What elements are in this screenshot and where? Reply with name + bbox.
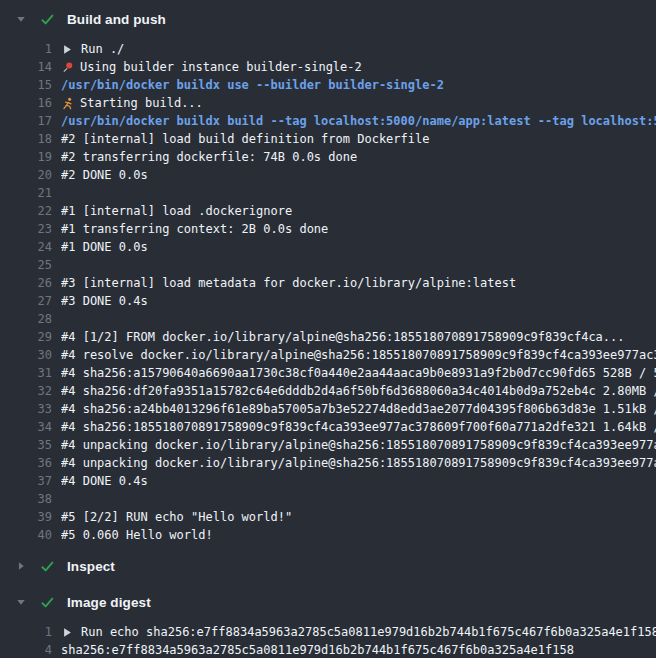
- log-line: 17/usr/bin/docker buildx build --tag loc…: [0, 112, 656, 130]
- chevron-down-icon[interactable]: [15, 597, 27, 607]
- log-text-value: #4 sha256:a24bb4013296f61e89ba57005a7b3e…: [61, 400, 656, 418]
- line-number[interactable]: 34: [0, 418, 52, 436]
- line-number[interactable]: 26: [0, 274, 52, 292]
- log-text: #5 [2/2] RUN echo "Hello world!": [61, 508, 656, 526]
- line-number[interactable]: 1: [0, 623, 52, 641]
- log-line: 29#4 [1/2] FROM docker.io/library/alpine…: [0, 328, 656, 346]
- line-number[interactable]: 24: [0, 238, 52, 256]
- log-text: #4 unpacking docker.io/library/alpine@sh…: [61, 454, 656, 472]
- log-line: 16Starting build...: [0, 94, 656, 112]
- log-text-value: #3 DONE 0.4s: [61, 292, 148, 310]
- log-text: #4 [1/2] FROM docker.io/library/alpine@s…: [61, 328, 656, 346]
- line-number[interactable]: 17: [0, 112, 52, 130]
- line-number[interactable]: 29: [0, 328, 52, 346]
- group-title: Inspect: [67, 559, 115, 574]
- log-line: 25: [0, 256, 656, 274]
- log-line: 24#1 DONE 0.0s: [0, 238, 656, 256]
- log-line: 1Run echo sha256:e7ff8834a5963a2785c5a08…: [0, 623, 656, 641]
- log-text: [61, 184, 656, 202]
- group-title: Build and push: [67, 12, 166, 27]
- line-number[interactable]: 16: [0, 94, 52, 112]
- workflow-log-panel: Build and push1Run ./14Using builder ins…: [0, 0, 656, 658]
- log-line: 34#4 sha256:185518070891758909c9f839cf4c…: [0, 418, 656, 436]
- log-text-value: #5 [2/2] RUN echo "Hello world!": [61, 508, 292, 526]
- log-text: #3 [internal] load metadata for docker.i…: [61, 274, 656, 292]
- play-icon[interactable]: [63, 627, 72, 638]
- log-line: 32#4 sha256:df20fa9351a15782c64e6dddb2d4…: [0, 382, 656, 400]
- log-line: 20#2 DONE 0.0s: [0, 166, 656, 184]
- line-number[interactable]: 18: [0, 130, 52, 148]
- log-text-value: /usr/bin/docker buildx build --tag local…: [61, 112, 656, 130]
- log-text: #1 [internal] load .dockerignore: [61, 202, 656, 220]
- log-lines-build-and-push: 1Run ./14Using builder instance builder-…: [0, 33, 656, 552]
- line-number[interactable]: 39: [0, 508, 52, 526]
- log-text: Run echo sha256:e7ff8834a5963a2785c5a081…: [61, 623, 656, 641]
- log-text-value: /usr/bin/docker buildx use --builder bui…: [61, 76, 444, 94]
- log-text-value: #2 [internal] load build definition from…: [61, 130, 429, 148]
- log-text: #2 [internal] load build definition from…: [61, 130, 656, 148]
- log-line: 28: [0, 310, 656, 328]
- log-text-value: #4 sha256:185518070891758909c9f839cf4ca3…: [61, 418, 656, 436]
- log-line: 26#3 [internal] load metadata for docker…: [0, 274, 656, 292]
- line-number[interactable]: 28: [0, 310, 52, 328]
- log-text: #1 DONE 0.0s: [61, 238, 656, 256]
- line-number[interactable]: 37: [0, 472, 52, 490]
- chevron-down-icon[interactable]: [15, 14, 27, 24]
- line-number[interactable]: 33: [0, 400, 52, 418]
- log-line: 4sha256:e7ff8834a5963a2785c5a0811e979d16…: [0, 641, 656, 658]
- log-line: 33#4 sha256:a24bb4013296f61e89ba57005a7b…: [0, 400, 656, 418]
- group-header-image-digest[interactable]: Image digest: [0, 588, 656, 616]
- line-number[interactable]: 32: [0, 382, 52, 400]
- log-text-value: #4 unpacking docker.io/library/alpine@sh…: [61, 436, 656, 454]
- log-text-value: #4 sha256:df20fa9351a15782c64e6dddb2d4a6…: [61, 382, 656, 400]
- line-number[interactable]: 25: [0, 256, 52, 274]
- log-text-value: #3 [internal] load metadata for docker.i…: [61, 274, 516, 292]
- play-icon[interactable]: [63, 44, 72, 55]
- line-number[interactable]: 30: [0, 346, 52, 364]
- log-line: 31#4 sha256:a15790640a6690aa1730c38cf0a4…: [0, 364, 656, 382]
- line-number[interactable]: 36: [0, 454, 52, 472]
- line-number[interactable]: 15: [0, 76, 52, 94]
- line-number[interactable]: 38: [0, 490, 52, 508]
- line-number[interactable]: 4: [0, 641, 52, 658]
- check-icon: [40, 12, 55, 27]
- log-line: 36#4 unpacking docker.io/library/alpine@…: [0, 454, 656, 472]
- line-number[interactable]: 21: [0, 184, 52, 202]
- line-number[interactable]: 1: [0, 40, 52, 58]
- log-text-value: Starting build...: [80, 94, 203, 112]
- log-line: 35#4 unpacking docker.io/library/alpine@…: [0, 436, 656, 454]
- line-number[interactable]: 22: [0, 202, 52, 220]
- log-line: 22#1 [internal] load .dockerignore: [0, 202, 656, 220]
- line-number[interactable]: 19: [0, 148, 52, 166]
- chevron-right-icon[interactable]: [15, 561, 27, 571]
- line-number[interactable]: 35: [0, 436, 52, 454]
- log-text: Run ./: [61, 40, 656, 58]
- log-text: #4 unpacking docker.io/library/alpine@sh…: [61, 436, 656, 454]
- log-group-build-and-push: Build and push1Run ./14Using builder ins…: [0, 5, 656, 552]
- log-text-value: Run echo sha256:e7ff8834a5963a2785c5a081…: [81, 623, 656, 641]
- log-text: #4 DONE 0.4s: [61, 472, 656, 490]
- group-header-build-and-push[interactable]: Build and push: [0, 5, 656, 33]
- group-header-inspect[interactable]: Inspect: [0, 552, 656, 580]
- log-text: #5 0.060 Hello world!: [61, 526, 656, 544]
- log-text: #4 sha256:185518070891758909c9f839cf4ca3…: [61, 418, 656, 436]
- log-text-value: #5 0.060 Hello world!: [61, 526, 213, 544]
- line-number[interactable]: 31: [0, 364, 52, 382]
- line-number[interactable]: 14: [0, 58, 52, 76]
- log-text-value: #2 DONE 0.0s: [61, 166, 148, 184]
- log-text-value: #4 DONE 0.4s: [61, 472, 148, 490]
- log-text: #2 transferring dockerfile: 74B 0.0s don…: [61, 148, 656, 166]
- log-text-value: Using builder instance builder-single-2: [80, 58, 362, 76]
- log-line: 38: [0, 490, 656, 508]
- log-line: 27#3 DONE 0.4s: [0, 292, 656, 310]
- line-number[interactable]: 27: [0, 292, 52, 310]
- line-number[interactable]: 40: [0, 526, 52, 544]
- line-number[interactable]: 23: [0, 220, 52, 238]
- line-number[interactable]: 20: [0, 166, 52, 184]
- log-lines-image-digest: 1Run echo sha256:e7ff8834a5963a2785c5a08…: [0, 616, 656, 658]
- log-text: Starting build...: [61, 94, 656, 112]
- check-icon: [40, 595, 55, 610]
- log-text-value: #4 unpacking docker.io/library/alpine@sh…: [61, 454, 656, 472]
- check-icon: [40, 559, 55, 574]
- log-text: [61, 256, 656, 274]
